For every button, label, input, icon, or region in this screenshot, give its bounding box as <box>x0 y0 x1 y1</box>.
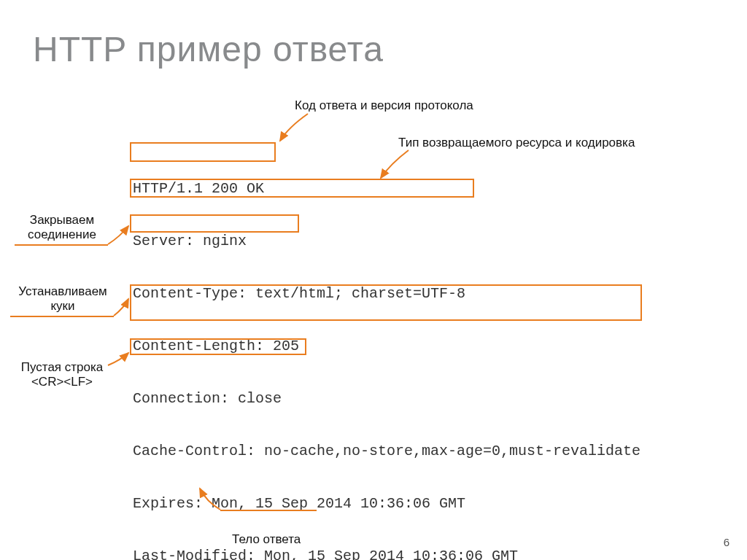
code-line-last-modified: Last-Modified: Mon, 15 Sep 2014 10:36:06… <box>133 548 640 560</box>
annotation-set-cookie-l2: куки <box>15 299 111 314</box>
code-line-connection: Connection: close <box>133 390 640 408</box>
annotation-blank-line-l1: Пустая строка <box>15 360 109 375</box>
annotation-set-cookie: Устанавливаем куки <box>15 284 111 314</box>
http-response-code: HTTP/1.1 200 OK Server: nginx Content-Ty… <box>133 145 640 560</box>
annotation-blank-line-l2: <CR><LF> <box>15 375 109 389</box>
annotation-connection-close: Закрываем соединение <box>22 213 102 242</box>
code-line-cache-control: Cache-Control: no-cache,no-store,max-age… <box>133 443 640 460</box>
code-line-content-length: Content-Length: 205 <box>133 338 640 355</box>
code-line-status: HTTP/1.1 200 OK <box>133 180 640 198</box>
annotation-connection-close-l1: Закрываем <box>22 213 102 228</box>
underline-body <box>220 510 317 511</box>
annotation-body: Тело ответа <box>232 532 301 547</box>
annotation-set-cookie-l1: Устанавливаем <box>15 284 111 299</box>
code-line-expires: Expires: Mon, 15 Sep 2014 10:36:06 GMT <box>133 495 640 513</box>
annotation-blank-line: Пустая строка <CR><LF> <box>15 360 109 389</box>
underline-set-cookie <box>10 316 114 317</box>
underline-connection-close <box>15 244 108 246</box>
annotation-connection-close-l2: соединение <box>22 228 102 242</box>
slide-title: HTTP пример ответа <box>33 29 384 69</box>
annotation-status-line: Код ответа и версия протокола <box>295 98 473 113</box>
annotation-content-type: Тип возвращаемого ресурса и кодировка <box>398 136 635 150</box>
page-number: 6 <box>724 536 729 548</box>
code-line-content-type: Content-Type: text/html; charset=UTF-8 <box>133 285 640 303</box>
code-line-server: Server: nginx <box>133 233 640 250</box>
